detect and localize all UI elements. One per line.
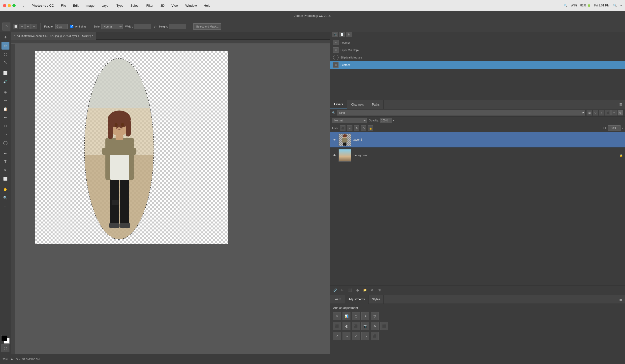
filter-toggle[interactable]: ⊙: [618, 110, 623, 115]
tab-styles[interactable]: Styles: [369, 295, 384, 304]
filter-menu[interactable]: Filter: [145, 3, 155, 8]
file-menu[interactable]: File: [59, 3, 67, 8]
pen-tool[interactable]: ✒: [1, 149, 9, 157]
history-item[interactable]: ▣ Feather: [330, 39, 625, 46]
path-selection-tool[interactable]: ↖: [1, 166, 9, 174]
marquee-new-button[interactable]: ⬜: [13, 24, 18, 29]
zoom-tool[interactable]: 🔍: [1, 194, 9, 202]
tab-learn[interactable]: Learn: [330, 295, 345, 304]
filter-pixel-button[interactable]: 🖼: [587, 110, 592, 115]
foreground-color-swatch[interactable]: [1, 335, 7, 341]
eraser-tool[interactable]: ◻: [1, 122, 9, 130]
text-tool[interactable]: T: [1, 158, 9, 166]
opacity-dropdown-icon[interactable]: ▾: [393, 119, 395, 122]
lock-image-pixels-button[interactable]: ✏: [347, 125, 352, 131]
threshold-button[interactable]: ↙: [352, 332, 360, 340]
feather-input[interactable]: [55, 24, 68, 29]
gradient-tool[interactable]: ▭: [1, 130, 9, 138]
clone-stamp-tool[interactable]: 📋: [1, 105, 9, 113]
selective-color-button[interactable]: ⬛: [371, 332, 379, 340]
create-fill-adjustment-button[interactable]: ◑: [354, 287, 360, 293]
status-arrow[interactable]: ▶: [11, 358, 13, 361]
fill-dropdown-icon[interactable]: ▾: [622, 127, 623, 130]
layer-kind-filter[interactable]: Kind Name Effect Mode Attribute Color Sm…: [337, 110, 585, 115]
select-and-mask-button[interactable]: Select and Mask...: [193, 23, 221, 30]
history-brush-tool[interactable]: ↩: [1, 113, 9, 121]
tab-paths[interactable]: Paths: [368, 100, 384, 109]
levels-button[interactable]: 📊: [343, 312, 350, 320]
marquee-subtract-button[interactable]: ⊖: [25, 24, 31, 29]
marquee-add-button[interactable]: ⊕: [19, 24, 25, 29]
color-lookup-button[interactable]: ⬛: [380, 322, 388, 330]
apple-menu[interactable]: : [22, 2, 26, 8]
lock-position-button[interactable]: ✤: [354, 125, 359, 131]
history-item-active[interactable]: ▣ Feather: [330, 61, 625, 69]
brush-tool[interactable]: ✏: [1, 97, 9, 105]
edit-menu[interactable]: Edit: [71, 3, 80, 8]
invert-button[interactable]: ↗: [333, 332, 341, 340]
move-tool[interactable]: ✛: [1, 33, 9, 41]
filter-smart-button[interactable]: ✦: [611, 110, 617, 115]
marquee-intersect-button[interactable]: ⊗: [31, 24, 37, 29]
link-layers-button[interactable]: 🔗: [332, 287, 338, 293]
create-group-button[interactable]: 📁: [362, 287, 368, 293]
lock-artboard-button[interactable]: ⬡: [361, 125, 366, 131]
channel-mixer-button[interactable]: ✤: [371, 322, 379, 330]
hand-tool[interactable]: ✋: [1, 185, 9, 193]
background-visibility-toggle[interactable]: 👁: [332, 153, 337, 158]
hue-saturation-button[interactable]: ⬛: [333, 322, 341, 330]
app-name-menu[interactable]: Photoshop CC: [30, 3, 55, 8]
history-item[interactable]: Elliptical Marquee: [330, 54, 625, 61]
photo-filter-button[interactable]: 📷: [361, 322, 369, 330]
filter-shape-button[interactable]: ⬛: [605, 110, 611, 115]
layer1-visibility-toggle[interactable]: 👁: [332, 137, 337, 142]
maximize-button[interactable]: [12, 4, 16, 7]
filter-type-button[interactable]: T: [599, 110, 604, 115]
width-input[interactable]: [134, 24, 151, 29]
color-balance-button[interactable]: ◐: [343, 322, 350, 330]
opacity-input[interactable]: [380, 118, 392, 123]
delete-layer-button[interactable]: 🗑: [377, 287, 383, 293]
blend-mode-select[interactable]: Normal Dissolve Darken Multiply Color Bu…: [332, 118, 367, 123]
crop-tool[interactable]: ⬜: [1, 69, 9, 77]
type-menu[interactable]: Type: [115, 3, 125, 8]
canvas-document[interactable]: [35, 51, 228, 244]
minimize-button[interactable]: [8, 4, 11, 7]
search-icon[interactable]: 🔍: [613, 4, 617, 7]
anti-alias-checkbox[interactable]: [70, 25, 73, 28]
lasso-tool[interactable]: ◌: [1, 50, 9, 58]
siri-icon[interactable]: 🔍: [564, 4, 567, 7]
brightness-contrast-button[interactable]: ☀: [333, 312, 341, 320]
layer-menu[interactable]: Layer: [100, 3, 111, 8]
add-layer-mask-button[interactable]: ⬛: [347, 287, 353, 293]
foreground-background-colors[interactable]: [1, 335, 10, 344]
swap-dimensions-button[interactable]: ⇄: [154, 25, 157, 28]
layers-panel-menu-button[interactable]: ☰: [617, 103, 625, 107]
shape-tool[interactable]: ⬜: [1, 175, 9, 183]
exposure-button[interactable]: ↗: [361, 312, 369, 320]
vibrance-button[interactable]: ▽: [371, 312, 379, 320]
posterize-button[interactable]: ↘: [343, 332, 350, 340]
3d-menu[interactable]: 3D: [159, 3, 166, 8]
tool-cycle-button[interactable]: ↻: [2, 23, 10, 30]
control-center-icon[interactable]: ≡: [620, 4, 622, 7]
healing-brush-tool[interactable]: ⊕: [1, 88, 9, 96]
document-tab[interactable]: × adult-attractive-beautiful-61120.jpg @…: [11, 32, 96, 40]
elliptical-marquee-tool[interactable]: ⊙: [1, 42, 9, 50]
create-new-layer-button[interactable]: ⊕: [369, 287, 375, 293]
tab-channels[interactable]: Channels: [347, 100, 368, 109]
layer-item-layer1[interactable]: 👁 Layer 1: [330, 132, 625, 148]
filter-adjustment-button[interactable]: ⬡: [593, 110, 598, 115]
layer-item-background[interactable]: 👁 Background 🔒: [330, 148, 625, 163]
tab-layers[interactable]: Layers: [330, 100, 347, 109]
adjustments-panel-menu-button[interactable]: ☰: [617, 297, 625, 301]
gradient-map-button[interactable]: ▭: [361, 332, 369, 340]
lock-all-button[interactable]: 🔒: [368, 125, 373, 131]
black-white-button[interactable]: ⬛: [352, 322, 360, 330]
select-menu[interactable]: Select: [129, 3, 141, 8]
extra-tools-button[interactable]: ···: [1, 202, 9, 210]
height-input[interactable]: [169, 24, 186, 29]
style-select[interactable]: Normal Fixed Ratio Fixed Size: [101, 24, 123, 29]
add-layer-style-button[interactable]: fx: [340, 287, 345, 293]
tab-adjustments[interactable]: Adjustments: [345, 295, 369, 304]
